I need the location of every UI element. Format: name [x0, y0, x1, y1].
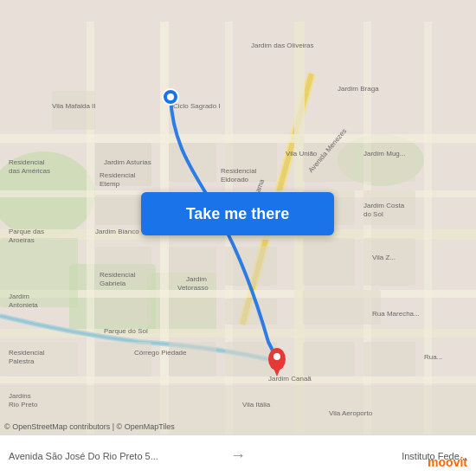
svg-text:Vetorasso: Vetorasso	[177, 284, 209, 292]
svg-rect-38	[95, 342, 151, 376]
svg-text:Residencial: Residencial	[9, 158, 45, 166]
svg-text:Parque das: Parque das	[9, 228, 44, 235]
svg-text:Palestra: Palestra	[9, 357, 35, 365]
svg-text:Jardim: Jardim	[186, 275, 207, 283]
svg-rect-7	[0, 134, 476, 143]
bottom-bar: Avenida São José Do Rio Preto 5... → Ins…	[0, 434, 476, 476]
svg-text:Jardim Bianco: Jardim Bianco	[95, 228, 139, 235]
svg-text:Rua Marecha...: Rua Marecha...	[372, 310, 420, 318]
svg-text:Vila Z...: Vila Z...	[372, 254, 396, 261]
map-container: Vila Mafalda II Jardim das Oliveiras Cic…	[0, 0, 476, 476]
svg-text:Ciclo Sagrado I: Ciclo Sagrado I	[173, 102, 221, 110]
svg-text:Aroeiras: Aroeiras	[9, 236, 35, 244]
origin-label: Avenida São José Do Rio Preto 5...	[9, 451, 220, 461]
svg-rect-34	[169, 299, 216, 325]
svg-point-88	[273, 353, 280, 360]
take-me-there-button[interactable]: Take me there	[141, 192, 334, 235]
svg-text:das Américas: das Américas	[9, 167, 50, 175]
svg-text:Rua...: Rua...	[424, 353, 442, 361]
svg-rect-21	[169, 143, 216, 182]
svg-rect-28	[363, 238, 415, 286]
svg-text:Residencial: Residencial	[221, 167, 257, 175]
svg-text:Rio Preto: Rio Preto	[9, 401, 38, 408]
svg-text:Córrego Piedade: Córrego Piedade	[134, 349, 187, 357]
svg-text:Jardim das Oliveiras: Jardim das Oliveiras	[251, 42, 313, 49]
svg-rect-26	[363, 143, 415, 182]
svg-text:Vila Aeroporto: Vila Aeroporto	[329, 409, 373, 417]
svg-text:Vila Itália: Vila Itália	[242, 401, 271, 408]
svg-text:Residencial: Residencial	[100, 171, 136, 179]
moovit-logo: moovit	[428, 455, 467, 469]
svg-text:Parque do Sol: Parque do Sol	[104, 327, 148, 335]
svg-text:Vila União: Vila União	[286, 150, 318, 158]
svg-rect-37	[225, 299, 277, 325]
svg-text:Jardim Mug...: Jardim Mug...	[363, 150, 405, 158]
svg-text:Residencial: Residencial	[100, 271, 136, 279]
svg-rect-33	[95, 299, 151, 325]
svg-rect-29	[52, 91, 95, 130]
svg-text:Residencial: Residencial	[9, 349, 45, 357]
svg-rect-30	[303, 238, 355, 286]
map-attribution: © OpenStreetMap contributors | © OpenMap…	[4, 422, 175, 431]
svg-rect-42	[363, 342, 415, 376]
arrow-icon: →	[220, 447, 256, 465]
app-container: Vila Mafalda II Jardim das Oliveiras Cic…	[0, 0, 476, 476]
svg-rect-39	[169, 342, 216, 376]
svg-rect-12	[0, 376, 476, 383]
svg-text:Jardins: Jardins	[9, 392, 31, 400]
svg-rect-35	[225, 247, 277, 286]
svg-text:Etemp: Etemp	[100, 180, 120, 188]
svg-text:Jardim Asturias: Jardim Asturias	[104, 158, 151, 166]
svg-text:Jardim: Jardim	[9, 293, 29, 300]
svg-rect-41	[303, 342, 355, 376]
svg-text:Gabriela: Gabriela	[100, 280, 126, 287]
svg-text:Antonieta: Antonieta	[9, 301, 38, 309]
svg-point-85	[167, 93, 174, 100]
svg-text:do Sol: do Sol	[363, 210, 383, 218]
svg-text:Jardim Braga: Jardim Braga	[338, 85, 379, 93]
svg-text:Jardim Canaã: Jardim Canaã	[268, 375, 312, 383]
svg-text:Vila Mafalda II: Vila Mafalda II	[52, 102, 96, 110]
svg-text:Eldorado: Eldorado	[221, 176, 249, 183]
svg-rect-36	[303, 290, 381, 325]
svg-text:Jardim Costa: Jardim Costa	[363, 202, 405, 209]
